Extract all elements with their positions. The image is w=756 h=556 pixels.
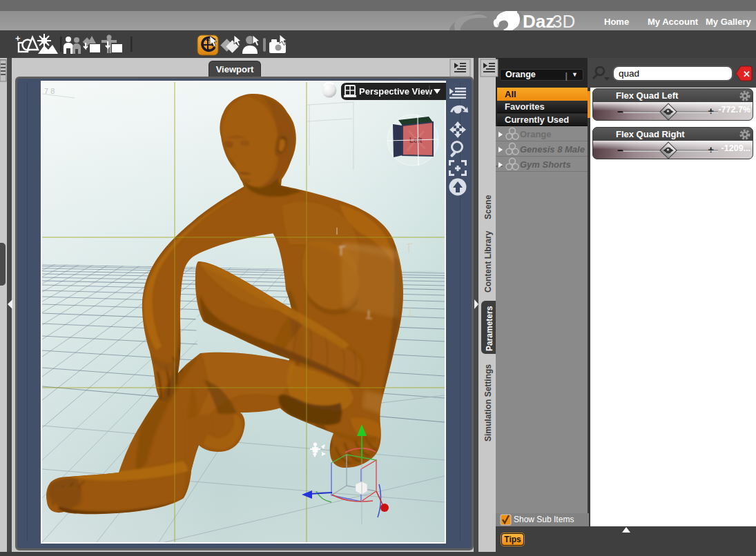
svg-text:✕: ✕ xyxy=(743,69,750,79)
